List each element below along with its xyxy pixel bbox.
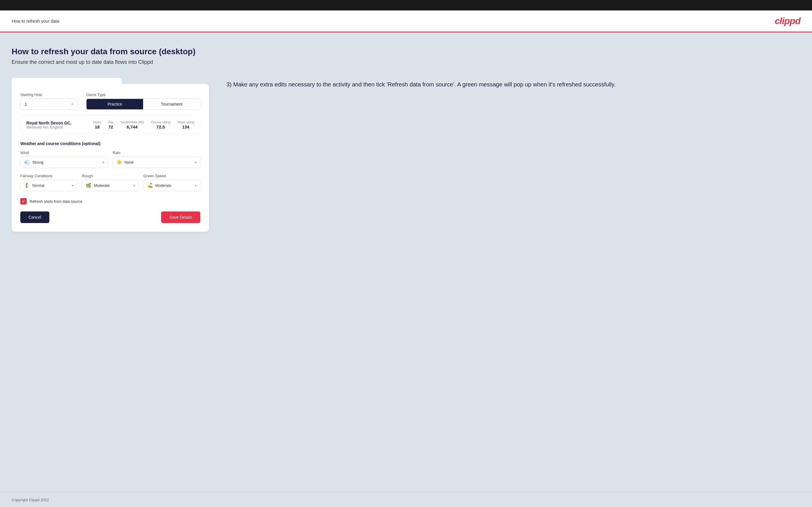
slope-rating-label: Slope rating bbox=[177, 120, 194, 124]
starting-hole-value: 1 bbox=[25, 102, 27, 106]
course-location: Westward Ho!, England bbox=[27, 125, 85, 129]
course-rating-label: Course rating bbox=[151, 120, 170, 124]
refresh-checkbox[interactable]: ✓ bbox=[20, 198, 27, 205]
page-subtitle: Ensure the correct and most up to date d… bbox=[12, 59, 800, 65]
rain-value: None bbox=[124, 160, 134, 164]
wind-label: Wind bbox=[20, 151, 108, 155]
top-bar bbox=[0, 0, 812, 10]
rough-group: Rough 🌿 Moderate ▾ bbox=[82, 174, 139, 191]
wind-group: Wind 💨 Strong ▾ bbox=[20, 151, 108, 168]
fairway-icon: 🏌️ bbox=[24, 183, 30, 188]
header-title: How to refresh your data bbox=[12, 18, 59, 23]
rain-select[interactable]: ☀️ None ▾ bbox=[113, 157, 200, 168]
partial-card-hint bbox=[12, 78, 122, 85]
main-content: How to refresh your data from source (de… bbox=[0, 33, 812, 492]
rain-chevron: ▾ bbox=[195, 160, 197, 164]
wind-select[interactable]: 💨 Strong ▾ bbox=[20, 157, 108, 168]
rain-label: Rain bbox=[113, 151, 200, 155]
par-value: 72 bbox=[108, 124, 113, 129]
refresh-checkbox-row: ✓ Refresh shots from data source bbox=[20, 198, 200, 205]
conditions-title: Weather and course conditions (optional) bbox=[20, 141, 200, 146]
practice-button[interactable]: Practice bbox=[87, 99, 143, 109]
green-speed-group: Green Speed ⛳ Moderate ▾ bbox=[143, 174, 200, 191]
save-button[interactable]: Save Details bbox=[161, 212, 200, 223]
top-form-row: Starting Hole 1 ▾ Game Type Practice Tou… bbox=[20, 93, 200, 110]
green-speed-label: Green Speed bbox=[143, 174, 200, 178]
yards-label: Yards/White (M)) bbox=[120, 120, 144, 124]
side-text-area: 3) Make any extra edits necessary to the… bbox=[226, 77, 800, 89]
wind-icon: 💨 bbox=[24, 160, 30, 165]
green-speed-select[interactable]: ⛳ Moderate ▾ bbox=[143, 180, 200, 191]
starting-hole-select[interactable]: 1 ▾ bbox=[20, 99, 78, 110]
fairway-label: Fairway Conditions bbox=[20, 174, 77, 178]
green-speed-icon: ⛳ bbox=[147, 183, 153, 188]
page-heading: How to refresh your data from source (de… bbox=[12, 47, 800, 56]
side-description: 3) Make any extra edits necessary to the… bbox=[226, 80, 800, 89]
rough-chevron: ▾ bbox=[133, 184, 135, 188]
wind-rain-row: Wind 💨 Strong ▾ Rain bbox=[20, 151, 200, 168]
holes-label: Holes bbox=[93, 120, 101, 124]
game-type-group: Game Type Practice Tournament bbox=[86, 93, 200, 110]
stat-slope-rating: Slope rating 134 bbox=[177, 120, 194, 129]
stat-holes: Holes 18 bbox=[93, 120, 101, 129]
checkmark-icon: ✓ bbox=[22, 199, 25, 204]
wind-chevron: ▾ bbox=[102, 160, 104, 164]
tournament-button[interactable]: Tournament bbox=[143, 99, 200, 109]
cancel-button[interactable]: Cancel bbox=[20, 212, 49, 223]
conditions-bottom-row: Fairway Conditions 🏌️ Normal ▾ Rough bbox=[20, 174, 200, 191]
rain-group: Rain ☀️ None ▾ bbox=[113, 151, 200, 168]
fairway-select[interactable]: 🏌️ Normal ▾ bbox=[20, 180, 77, 191]
green-speed-value: Moderate bbox=[155, 183, 171, 188]
footer-copyright: Copyright Clippd 2022 bbox=[12, 498, 49, 502]
green-speed-chevron: ▾ bbox=[195, 184, 197, 188]
content-row: Starting Hole 1 ▾ Game Type Practice Tou… bbox=[12, 77, 800, 232]
game-type-label: Game Type bbox=[86, 93, 200, 97]
fairway-group: Fairway Conditions 🏌️ Normal ▾ bbox=[20, 174, 77, 191]
footer: Copyright Clippd 2022 bbox=[0, 492, 812, 507]
stat-par: Par 72 bbox=[108, 120, 113, 129]
rain-icon: ☀️ bbox=[116, 160, 122, 165]
rough-value: Moderate bbox=[94, 183, 110, 188]
par-label: Par bbox=[108, 120, 113, 124]
stat-course-rating: Course rating 72.5 bbox=[151, 120, 170, 129]
logo: clippd bbox=[775, 16, 800, 26]
form-actions: Cancel Save Details bbox=[20, 212, 200, 223]
starting-hole-chevron: ▾ bbox=[71, 102, 73, 106]
form-card: Starting Hole 1 ▾ Game Type Practice Tou… bbox=[12, 84, 209, 232]
holes-value: 18 bbox=[95, 124, 100, 129]
rough-select[interactable]: 🌿 Moderate ▾ bbox=[82, 180, 139, 191]
header: How to refresh your data clippd bbox=[0, 10, 812, 33]
starting-hole-label: Starting Hole bbox=[20, 93, 78, 97]
wind-value: Strong bbox=[32, 160, 43, 164]
course-rating-value: 72.5 bbox=[156, 124, 165, 129]
game-type-buttons: Practice Tournament bbox=[86, 99, 200, 110]
form-area: Starting Hole 1 ▾ Game Type Practice Tou… bbox=[12, 77, 209, 232]
yards-value: 6,744 bbox=[126, 124, 138, 129]
slope-rating-value: 134 bbox=[182, 124, 189, 129]
course-stats: Holes 18 Par 72 Yards/White (M)) 6,744 bbox=[93, 120, 194, 129]
stat-yards: Yards/White (M)) 6,744 bbox=[120, 120, 144, 129]
rough-label: Rough bbox=[82, 174, 139, 178]
refresh-label: Refresh shots from data source bbox=[30, 199, 82, 204]
rough-icon: 🌿 bbox=[86, 183, 92, 188]
fairway-chevron: ▾ bbox=[72, 184, 73, 188]
fairway-value: Normal bbox=[32, 183, 44, 188]
course-name: Royal North Devon GC, bbox=[27, 121, 85, 125]
starting-hole-group: Starting Hole 1 ▾ bbox=[20, 93, 78, 110]
course-info: Royal North Devon GC, Westward Ho!, Engl… bbox=[27, 121, 85, 129]
course-row: Royal North Devon GC, Westward Ho!, Engl… bbox=[20, 115, 200, 134]
